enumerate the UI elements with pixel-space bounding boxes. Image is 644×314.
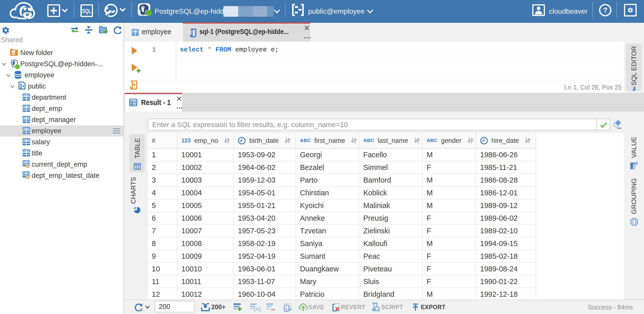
svg-text:(+): (+) <box>254 306 260 312</box>
svg-text:?: ? <box>603 6 608 14</box>
svg-text:SQL: SQL <box>82 8 91 14</box>
